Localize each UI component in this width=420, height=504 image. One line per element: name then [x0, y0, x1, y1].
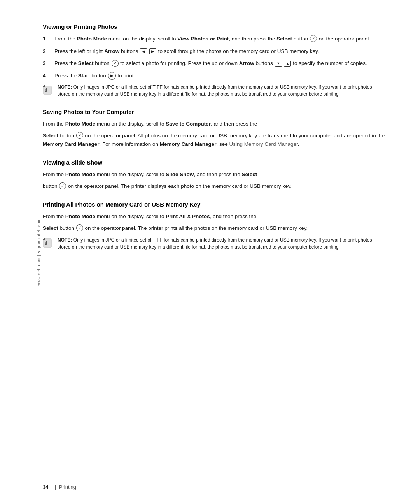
note-icon-2: ℹ	[43, 237, 54, 248]
saving-para-2: Select button ✓ on the operator panel. A…	[43, 131, 385, 148]
slideshow-para-2: button ✓ on the operator panel. The prin…	[43, 182, 385, 191]
select-icon-1: ✓	[310, 35, 317, 42]
list-content-3: Press the Select button ✓ to select a ph…	[54, 59, 385, 68]
printing-all-para-2: Select button ✓ on the operator panel. T…	[43, 224, 385, 233]
list-content-2: Press the left or right Arrow buttons ◀ …	[54, 47, 385, 56]
select-icon-2: ✓	[112, 60, 119, 67]
note-text-2: NOTE: Only images in JPG or a limited se…	[58, 236, 385, 250]
note-icon-1: ℹ	[43, 84, 54, 95]
section-body-printing-all: From the Photo Mode menu on the display,…	[43, 212, 385, 232]
section-slide-show: Viewing a Slide Show From the Photo Mode…	[43, 159, 385, 190]
left-arrow-icon: ◀	[140, 48, 147, 54]
printing-all-para-1: From the Photo Mode menu on the display,…	[43, 212, 385, 221]
list-num-3: 3	[43, 59, 52, 68]
start-icon: ▶	[108, 72, 116, 80]
section-body-saving: From the Photo Mode menu on the display,…	[43, 120, 385, 148]
list-item-1: 1 From the Photo Mode menu on the displa…	[43, 35, 385, 43]
list-item-4: 4 Press the Start button ▶ to print.	[43, 72, 385, 80]
up-arrow-icon: ▲	[284, 61, 291, 67]
section-saving-photos: Saving Photos to Your Computer From the …	[43, 108, 385, 148]
select-icon-4: ✓	[59, 182, 66, 189]
list-num-1: 1	[43, 35, 52, 43]
section-viewing-printing-photos: Viewing or Printing Photos 1 From the Ph…	[43, 23, 385, 98]
sidebar-text: www.dell.com | support.dell.com	[37, 218, 41, 286]
note-text-1: NOTE: Only images in JPG or a limited se…	[58, 84, 385, 98]
footer-divider: |	[54, 484, 56, 490]
numbered-list-viewing-printing: 1 From the Photo Mode menu on the displa…	[43, 35, 385, 80]
section-printing-all: Printing All Photos on Memory Card or US…	[43, 201, 385, 250]
section-title-slide-show: Viewing a Slide Show	[43, 159, 385, 166]
section-body-slide-show: From the Photo Mode menu on the display,…	[43, 170, 385, 190]
section-title-viewing-printing: Viewing or Printing Photos	[43, 23, 385, 30]
list-num-2: 2	[43, 47, 52, 56]
right-arrow-icon: ▶	[149, 48, 156, 54]
select-icon-5: ✓	[76, 224, 83, 231]
list-item-3: 3 Press the Select button ✓ to select a …	[43, 59, 385, 68]
section-title-printing-all: Printing All Photos on Memory Card or US…	[43, 201, 385, 208]
footer-section-label: Printing	[59, 484, 76, 490]
note-box-2: ℹ NOTE: Only images in JPG or a limited …	[43, 236, 385, 250]
list-item-2: 2 Press the left or right Arrow buttons …	[43, 47, 385, 56]
list-num-4: 4	[43, 72, 52, 80]
down-arrow-icon: ▼	[275, 61, 282, 67]
list-content-1: From the Photo Mode menu on the display,…	[54, 35, 385, 43]
slideshow-para-1: From the Photo Mode menu on the display,…	[43, 170, 385, 179]
footer-page-number: 34	[43, 484, 48, 490]
saving-para-1: From the Photo Mode menu on the display,…	[43, 120, 385, 128]
section-title-saving: Saving Photos to Your Computer	[43, 108, 385, 115]
page: www.dell.com | support.dell.com Viewing …	[0, 0, 420, 504]
list-content-4: Press the Start button ▶ to print.	[54, 72, 385, 80]
select-icon-3: ✓	[76, 132, 83, 139]
link-memory-card-manager[interactable]: Using Memory Card Manager	[229, 141, 298, 147]
footer: 34 | Printing	[43, 484, 385, 490]
note-box-1: ℹ NOTE: Only images in JPG or a limited …	[43, 84, 385, 98]
